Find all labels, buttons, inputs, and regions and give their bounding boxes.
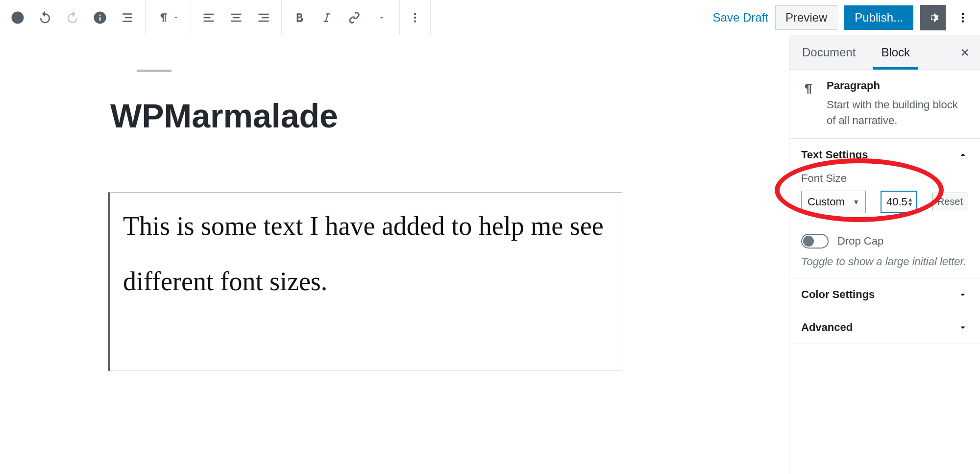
link-button[interactable]: [342, 5, 367, 30]
save-draft-button[interactable]: Save Draft: [713, 11, 768, 25]
caret-down-icon: [378, 14, 385, 21]
chevron-down-icon: [957, 322, 968, 333]
block-type-button[interactable]: [150, 5, 186, 30]
undo-button[interactable]: [32, 5, 58, 30]
outline-icon: [120, 10, 135, 25]
color-settings-toggle[interactable]: Color Settings: [801, 288, 968, 301]
paragraph-info-icon: [801, 79, 816, 128]
settings-sidebar: Document Block Paragraph Start with the …: [789, 35, 980, 474]
align-center-icon: [229, 11, 243, 25]
block-nav-button[interactable]: [115, 5, 140, 30]
dropcap-toggle[interactable]: [801, 234, 829, 249]
redo-icon: [65, 10, 80, 25]
content-info-button[interactable]: [87, 5, 113, 30]
publish-button[interactable]: Publish...: [844, 5, 913, 30]
editor-more-button[interactable]: [953, 11, 973, 24]
align-right-button[interactable]: [251, 5, 276, 30]
align-center-button[interactable]: [223, 5, 249, 30]
dropcap-label: Drop Cap: [837, 235, 883, 248]
redo-button[interactable]: [60, 5, 85, 30]
font-size-preset-value: Custom: [808, 196, 845, 208]
more-format-button[interactable]: [369, 5, 394, 30]
align-left-button[interactable]: [196, 5, 221, 30]
block-info-desc: Start with the building block of all nar…: [827, 97, 968, 128]
post-title[interactable]: WPMarmalade: [110, 97, 338, 135]
chevron-up-icon: [957, 150, 968, 160]
stepper-arrows-icon: ▲▼: [907, 197, 913, 207]
bold-icon: [293, 11, 306, 24]
italic-button[interactable]: [314, 5, 340, 30]
text-settings-toggle[interactable]: Text Settings: [801, 149, 968, 161]
paragraph-icon: [157, 11, 170, 24]
font-size-number-input[interactable]: 40.5 ▲▼: [881, 191, 917, 213]
toolbar-group-align: [191, 0, 282, 35]
italic-icon: [320, 11, 333, 24]
align-left-icon: [202, 11, 216, 25]
paragraph-block[interactable]: This is some text I have added to help m…: [108, 192, 622, 371]
font-size-reset-button[interactable]: Reset: [932, 193, 968, 211]
bold-button[interactable]: [287, 5, 312, 30]
editor-main: WPMarmalade This is some text I have add…: [0, 35, 980, 474]
toolbar-group-blocktype: [146, 0, 191, 35]
caret-down-icon: [173, 15, 179, 21]
align-right-icon: [257, 11, 270, 25]
font-size-value: 40.5: [886, 196, 907, 208]
preview-button[interactable]: Preview: [775, 5, 837, 30]
caret-down-icon: ▼: [853, 198, 859, 206]
text-settings-title: Text Settings: [801, 149, 868, 161]
advanced-toggle[interactable]: Advanced: [801, 321, 968, 334]
link-icon: [347, 11, 361, 25]
svg-point-5: [962, 20, 964, 22]
close-icon: [959, 47, 971, 58]
undo-icon: [38, 10, 52, 25]
settings-toggle-button[interactable]: [920, 5, 946, 30]
block-more-button[interactable]: [405, 5, 425, 30]
color-settings-title: Color Settings: [801, 288, 875, 301]
toolbar-group-format: [282, 0, 400, 35]
editor-canvas: WPMarmalade This is some text I have add…: [0, 35, 789, 474]
toolbar-group-doc: [0, 0, 146, 35]
close-sidebar-button[interactable]: [955, 42, 975, 63]
editor-top-toolbar: Save Draft Preview Publish...: [0, 0, 980, 35]
kebab-icon: [956, 11, 969, 24]
chevron-down-icon: [957, 289, 968, 300]
block-info-title: Paragraph: [827, 79, 968, 92]
font-size-label: Font Size: [801, 172, 968, 185]
font-size-preset-select[interactable]: Custom ▼: [801, 191, 866, 213]
plus-circle-icon: [10, 10, 25, 25]
gear-icon: [926, 10, 940, 25]
svg-point-1: [414, 16, 416, 18]
title-drag-handle[interactable]: [137, 70, 172, 72]
tab-document[interactable]: Document: [789, 35, 868, 69]
advanced-title: Advanced: [801, 321, 853, 334]
info-icon: [93, 10, 107, 25]
kebab-icon: [409, 11, 421, 24]
svg-point-4: [962, 16, 964, 18]
tab-block[interactable]: Block: [868, 35, 923, 69]
add-block-button[interactable]: [5, 5, 30, 30]
toolbar-group-more: [400, 0, 431, 35]
toolbar-right: Save Draft Preview Publish...: [713, 5, 980, 30]
svg-point-0: [414, 13, 416, 15]
svg-point-2: [414, 20, 416, 22]
svg-point-3: [962, 13, 964, 15]
dropcap-help: Toggle to show a large initial letter.: [801, 255, 968, 268]
